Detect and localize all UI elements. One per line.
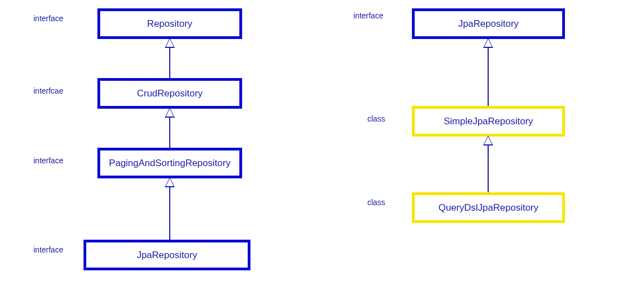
box-label: PagingAndSortingRepository bbox=[109, 158, 230, 169]
box-label: CrudRepository bbox=[137, 88, 203, 99]
stereotype-label: interface bbox=[33, 14, 63, 23]
arrow-up bbox=[169, 109, 170, 148]
stereotype-label: interface bbox=[353, 11, 384, 20]
box-repository: Repository bbox=[97, 8, 242, 39]
box-crudrepository: CrudRepository bbox=[97, 78, 242, 109]
stereotype-label: interfcae bbox=[33, 86, 63, 95]
box-label: SimpleJpaRepository bbox=[444, 116, 533, 127]
box-pagingandsortingrepository: PagingAndSortingRepository bbox=[97, 148, 242, 178]
arrow-up bbox=[488, 137, 489, 192]
arrow-up bbox=[169, 39, 170, 78]
stereotype-label: class bbox=[367, 198, 385, 207]
box-label: JpaRepository bbox=[458, 18, 519, 30]
stereotype-label: class bbox=[367, 114, 385, 123]
stereotype-label: interface bbox=[33, 156, 63, 165]
box-label: Repository bbox=[147, 18, 192, 30]
arrow-up bbox=[488, 39, 489, 106]
box-querydsljparepository: QueryDslJpaRepository bbox=[412, 192, 565, 223]
box-jparepository-left: JpaRepository bbox=[83, 240, 250, 270]
stereotype-label: interface bbox=[33, 245, 63, 254]
box-simplejparepository: SimpleJpaRepository bbox=[412, 106, 565, 137]
box-jparepository-right: JpaRepository bbox=[412, 8, 565, 39]
box-label: JpaRepository bbox=[137, 250, 198, 261]
box-label: QueryDslJpaRepository bbox=[439, 202, 539, 213]
arrow-up bbox=[169, 178, 170, 240]
